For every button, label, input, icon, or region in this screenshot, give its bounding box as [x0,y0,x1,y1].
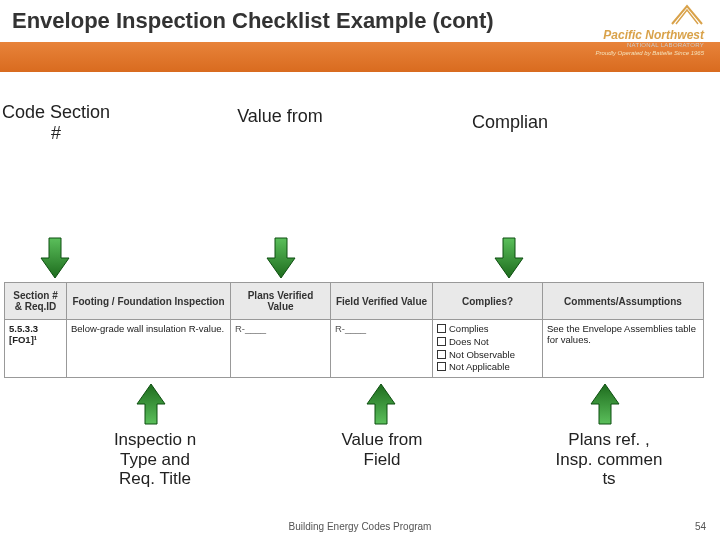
page-number: 54 [695,521,706,532]
slide-content: Code Section # Value from Complian Secti… [0,78,720,158]
th-complies: Complies? [433,283,543,319]
checkbox-icon [437,337,446,346]
pnnl-logo-icon [670,4,704,26]
cell-comments: See the Envelope Assemblies table for va… [543,320,703,377]
callout-value-from-plans: Value from [220,106,340,127]
checkbox-icon [437,350,446,359]
arrow-up-icon [134,382,168,426]
complies-label: Not Applicable [449,361,510,372]
complies-label: Does Not [449,336,489,347]
slide-header: Envelope Inspection Checklist Example (c… [0,0,720,78]
cell-complies: Complies Does Not Not Observable Not App… [433,320,543,377]
complies-label: Not Observable [449,349,515,360]
page-title: Envelope Inspection Checklist Example (c… [12,8,494,34]
brand-main: Pacific Northwest [596,28,704,42]
cell-plans-verified: R-____ [231,320,331,377]
callout-inspection-type: Inspectio n Type and Req. Title [100,430,210,489]
cell-field-verified: R-____ [331,320,433,377]
th-field-verified: Field Verified Value [331,283,433,319]
complies-option: Does Not [437,336,538,349]
complies-option: Not Observable [437,349,538,362]
arrow-down-icon [264,236,298,280]
th-plans-verified: Plans Verified Value [231,283,331,319]
th-inspection: Footing / Foundation Inspection [67,283,231,319]
table-header-row: Section # & Req.ID Footing / Foundation … [5,283,703,319]
callout-compliance: Complian [450,112,570,133]
complies-option: Complies [437,323,538,336]
arrow-up-icon [364,382,398,426]
checklist-table: Section # & Req.ID Footing / Foundation … [4,282,704,378]
footer-text: Building Energy Codes Program [0,521,720,532]
callout-code-section: Code Section # [0,102,112,143]
th-comments: Comments/Assumptions [543,283,703,319]
brand-block: Pacific Northwest NATIONAL LABORATORY Pr… [596,4,704,56]
table-row: 5.5.3.3 [FO1]¹ Below-grade wall insulati… [5,319,703,377]
arrow-up-icon [588,382,622,426]
callout-plans-comments: Plans ref. , Insp. commen ts [554,430,664,489]
checkbox-icon [437,324,446,333]
checkbox-icon [437,362,446,371]
cell-inspection: Below-grade wall insulation R-value. [67,320,231,377]
arrow-down-icon [492,236,526,280]
brand-tagline: Proudly Operated by Battelle Since 1965 [596,50,704,56]
cell-section: 5.5.3.3 [FO1]¹ [5,320,67,377]
complies-option: Not Applicable [437,361,538,374]
arrow-down-icon [38,236,72,280]
complies-label: Complies [449,323,489,334]
top-callouts: Code Section # Value from Complian [0,86,716,158]
th-section: Section # & Req.ID [5,283,67,319]
brand-sub: NATIONAL LABORATORY [596,42,704,48]
callout-value-from-field: Value from Field [332,430,432,469]
